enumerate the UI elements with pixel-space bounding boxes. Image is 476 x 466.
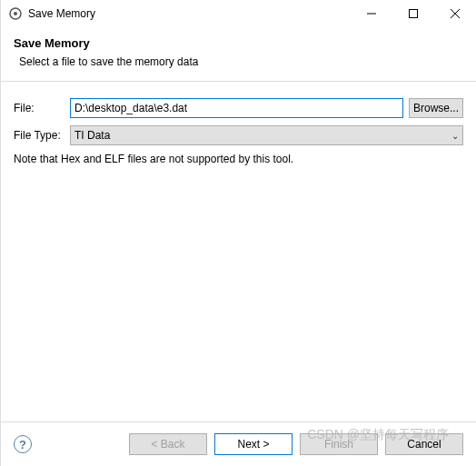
app-icon [8,6,23,21]
minimize-button[interactable] [351,0,392,27]
dialog-footer: ? < Back Next > Finish Cancel [1,422,476,466]
page-title: Save Memory [14,36,463,50]
page-subtitle: Select a file to save the memory data [14,55,463,68]
window-controls [351,0,476,27]
browse-button[interactable]: Browse... [409,98,463,118]
cancel-button[interactable]: Cancel [385,433,463,455]
back-button[interactable]: < Back [129,433,207,455]
svg-rect-3 [410,10,418,18]
filetype-value: TI Data [74,129,110,142]
titlebar: Save Memory [1,0,476,27]
help-button[interactable]: ? [14,435,32,453]
help-icon: ? [19,438,26,451]
chevron-down-icon: ⌄ [451,131,459,141]
next-button[interactable]: Next > [214,433,293,455]
finish-button[interactable]: Finish [300,433,378,455]
filetype-select[interactable]: TI Data ⌄ [70,125,463,145]
filetype-row: File Type: TI Data ⌄ [14,125,463,145]
dialog-header: Save Memory Select a file to save the me… [1,27,476,82]
file-input[interactable] [70,98,403,118]
note-text: Note that Hex and ELF files are not supp… [14,153,463,165]
dialog-content: File: Browse... File Type: TI Data ⌄ Not… [1,82,476,422]
file-row: File: Browse... [14,98,463,118]
file-label: File: [14,102,70,114]
maximize-button[interactable] [392,0,434,27]
filetype-label: File Type: [14,129,70,142]
window-title: Save Memory [28,7,351,20]
svg-point-1 [14,12,17,15]
dialog-window: Save Memory Save Memory Select a file to… [0,0,476,466]
close-button[interactable] [434,0,476,27]
